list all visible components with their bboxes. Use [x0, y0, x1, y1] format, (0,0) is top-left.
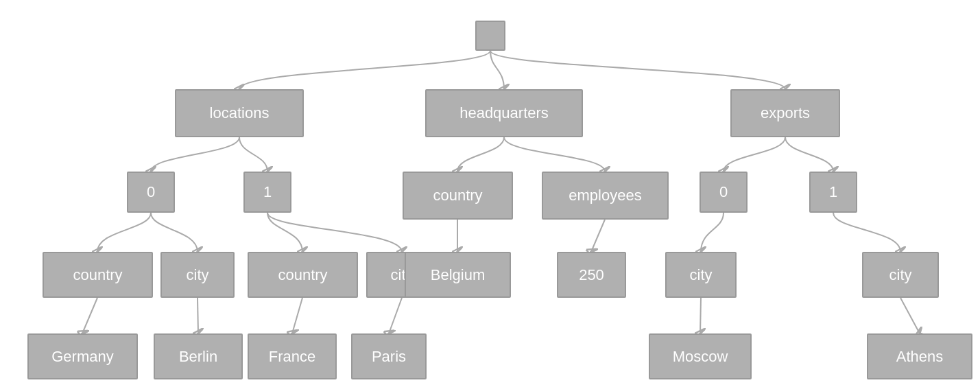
loc-index-0-label: 0 [147, 183, 155, 201]
paris-node: Paris [351, 333, 427, 379]
exports-node: exports [730, 89, 840, 137]
headquarters-node: headquarters [425, 89, 583, 137]
loc0-city-node: city [160, 252, 235, 298]
root-node [475, 21, 505, 51]
exp1-city-label: city [889, 266, 912, 284]
hq-country-label: country [433, 187, 482, 204]
france-label: France [269, 348, 315, 366]
loc1-country-node: country [248, 252, 358, 298]
loc-index-1-label: 1 [263, 183, 272, 201]
headquarters-label: headquarters [459, 104, 549, 122]
moscow-node: Moscow [649, 333, 752, 379]
berlin-label: Berlin [179, 348, 217, 366]
hq-employees-node: employees [542, 172, 669, 220]
exp-index-0-label: 0 [719, 183, 728, 201]
loc0-country-node: country [43, 252, 153, 298]
exp0-city-node: city [665, 252, 737, 298]
tree-diagram: locations headquarters exports 0 1 count… [0, 0, 980, 387]
france-node: France [248, 333, 337, 379]
berlin-node: Berlin [154, 333, 243, 379]
exp-index-1-node: 1 [809, 172, 857, 213]
hq-employees-label: employees [569, 187, 641, 204]
exp0-city-label: city [690, 266, 713, 284]
loc1-country-label: country [278, 266, 327, 284]
paris-label: Paris [372, 348, 406, 366]
exports-label: exports [761, 104, 810, 122]
hq-belgium-label: Belgium [431, 266, 485, 284]
exp-index-0-node: 0 [700, 172, 748, 213]
athens-label: Athens [896, 348, 944, 366]
locations-label: locations [210, 104, 270, 122]
loc-index-1-node: 1 [243, 172, 291, 213]
loc0-country-label: country [73, 266, 122, 284]
exp-index-1-label: 1 [829, 183, 837, 201]
hq-250-label: 250 [579, 266, 604, 284]
hq-250-node: 250 [557, 252, 626, 298]
hq-country-node: country [403, 172, 513, 220]
locations-node: locations [175, 89, 304, 137]
hq-belgium-node: Belgium [405, 252, 511, 298]
germany-label: Germany [51, 348, 113, 366]
loc0-city-label: city [187, 266, 209, 284]
exp1-city-node: city [862, 252, 939, 298]
athens-node: Athens [867, 333, 972, 379]
germany-node: Germany [27, 333, 138, 379]
loc-index-0-node: 0 [127, 172, 175, 213]
moscow-label: Moscow [673, 348, 728, 366]
